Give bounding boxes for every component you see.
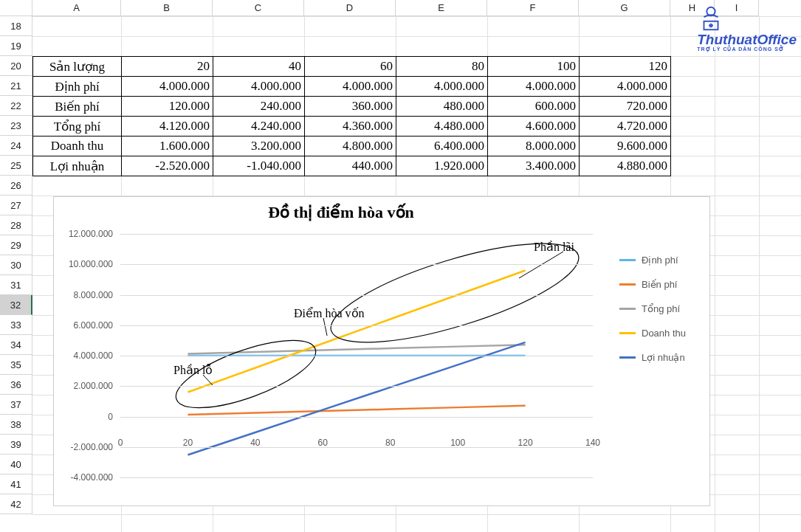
- row-header-39[interactable]: 39: [0, 435, 32, 455]
- row-header-24[interactable]: 24: [0, 136, 32, 156]
- y-tick-label: 8.000.000: [54, 290, 113, 300]
- row-header-42[interactable]: 42: [0, 494, 32, 514]
- row-header-35[interactable]: 35: [0, 355, 32, 375]
- y-tick-label: 10.000.000: [54, 259, 113, 269]
- row-label[interactable]: Lợi nhuận: [33, 156, 122, 176]
- cell[interactable]: 120.000: [122, 97, 213, 117]
- legend-item[interactable]: Doanh thu: [619, 328, 701, 339]
- col-header-C[interactable]: C: [213, 0, 304, 16]
- col-header-F[interactable]: F: [487, 0, 579, 16]
- cell[interactable]: 4.000.000: [305, 77, 396, 97]
- cell[interactable]: 4.000.000: [396, 77, 488, 97]
- row-header-38[interactable]: 38: [0, 415, 32, 435]
- legend-item[interactable]: Lợi nhuận: [619, 352, 701, 363]
- series-line[interactable]: [188, 342, 525, 455]
- cell[interactable]: 4.240.000: [213, 117, 305, 137]
- cell[interactable]: 480.000: [396, 97, 488, 117]
- cell[interactable]: 1.600.000: [122, 137, 213, 156]
- cell[interactable]: 600.000: [488, 97, 580, 117]
- break-even-chart[interactable]: Đồ thị điểm hòa vốn -4.000.000-2.000.000…: [53, 196, 710, 506]
- row-header-34[interactable]: 34: [0, 335, 32, 355]
- row-label[interactable]: Doanh thu: [33, 137, 122, 156]
- cell[interactable]: 4.800.000: [305, 137, 396, 156]
- row-header-26[interactable]: 26: [0, 176, 32, 196]
- row-header-27[interactable]: 27: [0, 196, 32, 215]
- data-table[interactable]: Sản lượng20406080100120Định phí4.000.000…: [32, 56, 671, 176]
- cell[interactable]: 360.000: [305, 97, 396, 117]
- x-tick-label: 120: [518, 438, 533, 448]
- cell[interactable]: -1.040.000: [213, 156, 305, 176]
- table-row: Biến phí120.000240.000360.000480.000600.…: [33, 97, 671, 117]
- row-headers: 1819202122232425262728293031323334353637…: [0, 16, 32, 514]
- col-header-D[interactable]: D: [304, 0, 396, 16]
- row-header-41[interactable]: 41: [0, 474, 32, 494]
- cell[interactable]: 4.000.000: [122, 77, 213, 97]
- legend-item[interactable]: Biến phí: [619, 279, 701, 290]
- cell[interactable]: 3.200.000: [213, 137, 305, 156]
- row-header-32[interactable]: 32: [0, 295, 32, 315]
- cell[interactable]: 4.000.000: [488, 77, 580, 97]
- col-header-G[interactable]: G: [579, 0, 670, 16]
- cell[interactable]: 9.600.000: [580, 137, 671, 156]
- cell[interactable]: 80: [396, 57, 488, 77]
- row-header-36[interactable]: 36: [0, 375, 32, 395]
- legend-swatch: [619, 356, 636, 359]
- cell[interactable]: 1.920.000: [396, 156, 488, 176]
- legend-item[interactable]: Tổng phí: [619, 303, 701, 314]
- legend-item[interactable]: Định phí: [619, 255, 701, 266]
- series-line[interactable]: [188, 271, 525, 393]
- row-header-33[interactable]: 33: [0, 315, 32, 335]
- cell[interactable]: 120: [580, 57, 671, 77]
- col-header-corner[interactable]: [0, 0, 32, 16]
- cell[interactable]: 40: [213, 57, 305, 77]
- col-header-B[interactable]: B: [121, 0, 213, 16]
- row-header-23[interactable]: 23: [0, 116, 32, 136]
- legend-swatch: [619, 332, 636, 334]
- cell[interactable]: 4.600.000: [488, 117, 580, 137]
- col-header-A[interactable]: A: [32, 0, 121, 16]
- table-row: Tổng phí4.120.0004.240.0004.360.0004.480…: [33, 117, 671, 137]
- row-header-30[interactable]: 30: [0, 255, 32, 275]
- row-label[interactable]: Biến phí: [33, 97, 122, 117]
- col-header-E[interactable]: E: [396, 0, 487, 16]
- cell[interactable]: 4.880.000: [580, 156, 671, 176]
- row-label[interactable]: Định phí: [33, 77, 122, 97]
- x-tick-label: 60: [318, 438, 328, 448]
- row-label[interactable]: Sản lượng: [33, 57, 122, 77]
- cell[interactable]: 3.400.000: [488, 156, 580, 176]
- series-line[interactable]: [188, 406, 525, 415]
- y-tick-label: -2.000.000: [54, 442, 113, 452]
- x-tick-label: 80: [385, 438, 395, 448]
- series-line[interactable]: [188, 345, 525, 353]
- cell[interactable]: 100: [488, 57, 580, 77]
- legend-label: Tổng phí: [642, 303, 680, 314]
- row-header-19[interactable]: 19: [0, 36, 32, 56]
- cell[interactable]: 4.360.000: [305, 117, 396, 137]
- row-header-18[interactable]: 18: [0, 16, 32, 36]
- cell[interactable]: 4.480.000: [396, 117, 488, 137]
- y-tick-label: 0: [54, 412, 113, 422]
- cell[interactable]: -2.520.000: [122, 156, 213, 176]
- cell[interactable]: 4.000.000: [213, 77, 305, 97]
- cell[interactable]: 8.000.000: [488, 137, 580, 156]
- cell[interactable]: 4.720.000: [580, 117, 671, 137]
- row-header-21[interactable]: 21: [0, 76, 32, 96]
- cell[interactable]: 6.400.000: [396, 137, 488, 156]
- cell[interactable]: 20: [122, 57, 213, 77]
- row-header-40[interactable]: 40: [0, 455, 32, 474]
- row-header-22[interactable]: 22: [0, 96, 32, 116]
- row-label[interactable]: Tổng phí: [33, 117, 122, 137]
- row-header-29[interactable]: 29: [0, 235, 32, 255]
- table-row: Định phí4.000.0004.000.0004.000.0004.000…: [33, 77, 671, 97]
- cell[interactable]: 4.120.000: [122, 117, 213, 137]
- row-header-28[interactable]: 28: [0, 215, 32, 235]
- cell[interactable]: 240.000: [213, 97, 305, 117]
- row-header-25[interactable]: 25: [0, 156, 32, 176]
- cell[interactable]: 4.000.000: [580, 77, 671, 97]
- cell[interactable]: 720.000: [580, 97, 671, 117]
- row-header-31[interactable]: 31: [0, 275, 32, 295]
- cell[interactable]: 60: [305, 57, 396, 77]
- row-header-20[interactable]: 20: [0, 56, 32, 76]
- cell[interactable]: 440.000: [305, 156, 396, 176]
- row-header-37[interactable]: 37: [0, 395, 32, 415]
